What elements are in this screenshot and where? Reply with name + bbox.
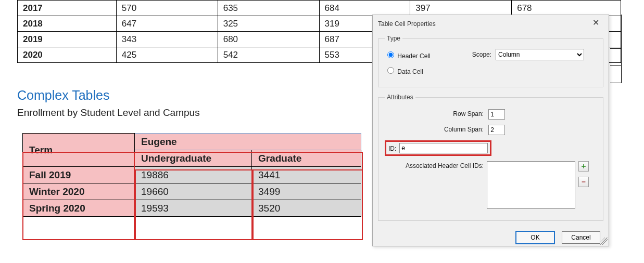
- ok-button[interactable]: OK: [516, 231, 554, 244]
- cancel-button[interactable]: Cancel: [562, 231, 600, 244]
- year-cell: 2018: [18, 16, 117, 32]
- associated-ids-textarea[interactable]: [487, 161, 575, 209]
- background-table-edges: [610, 15, 622, 83]
- data-cell: 425: [116, 47, 218, 63]
- data-cell: 635: [218, 1, 319, 16]
- graduate-header[interactable]: Graduate: [252, 150, 361, 167]
- data-cell: 542: [218, 47, 319, 63]
- type-group: Type Header Cell Scope: Column Data Cell: [378, 35, 603, 87]
- year-cell: 2020: [18, 47, 117, 63]
- id-label: ID:: [388, 144, 396, 152]
- rowhead[interactable]: Spring 2020: [23, 200, 135, 217]
- campus-header[interactable]: Eugene: [135, 134, 361, 150]
- radio-header-cell[interactable]: Header Cell: [385, 50, 431, 60]
- rowhead[interactable]: Winter 2020: [23, 183, 135, 200]
- rowhead[interactable]: Fall 2019: [23, 167, 135, 183]
- data-cell[interactable]: 3499: [252, 183, 361, 200]
- id-input[interactable]: [399, 143, 488, 153]
- complex-table[interactable]: Term Eugene Undergraduate Graduate Fall …: [22, 133, 361, 217]
- data-cell: 678: [512, 1, 621, 16]
- data-cell[interactable]: 3520: [252, 200, 361, 217]
- colspan-label: Column Span:: [385, 125, 484, 133]
- table-row: Spring 2020 19593 3520: [23, 200, 361, 217]
- year-cell: 2019: [18, 32, 117, 47]
- attributes-legend: Attributes: [385, 94, 415, 101]
- header-cell-radio[interactable]: [387, 51, 394, 58]
- table-row: Fall 2019 19886 3441: [23, 167, 361, 183]
- table-row: Winter 2020 19660 3499: [23, 183, 361, 200]
- data-cell: 684: [319, 1, 410, 16]
- data-cell: 680: [218, 32, 319, 47]
- data-cell: 343: [116, 32, 218, 47]
- data-cell: 647: [116, 16, 218, 32]
- type-legend: Type: [385, 35, 402, 42]
- data-cell[interactable]: 19660: [135, 183, 252, 200]
- data-cell-radio[interactable]: [387, 67, 394, 74]
- term-header[interactable]: Term: [23, 134, 135, 167]
- rowspan-label: Row Span:: [385, 109, 484, 117]
- table-cell-properties-dialog[interactable]: Table Cell Properties ✕ Type Header Cell…: [372, 15, 609, 246]
- data-cell: 397: [410, 1, 512, 16]
- scope-label: Scope:: [472, 51, 491, 58]
- dialog-title: Table Cell Properties: [378, 20, 436, 28]
- data-cell[interactable]: 19886: [135, 167, 252, 183]
- undergrad-header[interactable]: Undergraduate: [135, 150, 252, 167]
- data-cell: 570: [116, 1, 218, 16]
- data-cell[interactable]: 19593: [135, 200, 252, 217]
- remove-icon[interactable]: －: [578, 177, 589, 187]
- data-cell: 325: [218, 16, 319, 32]
- id-field-highlight: ID:: [385, 140, 491, 156]
- year-cell: 2017: [18, 1, 117, 16]
- table-header-row: Term Eugene: [23, 134, 361, 150]
- associated-ids-label: Associated Header Cell IDs:: [385, 161, 484, 169]
- scope-select[interactable]: Column: [496, 49, 584, 60]
- radio-data-cell[interactable]: Data Cell: [385, 68, 423, 75]
- resize-grip-icon[interactable]: [600, 238, 608, 245]
- close-icon[interactable]: ✕: [588, 18, 603, 30]
- add-icon[interactable]: ＋: [578, 161, 589, 172]
- data-cell[interactable]: 3441: [252, 167, 361, 183]
- attributes-group: Attributes Row Span: Column Span: ID: As…: [378, 94, 603, 221]
- colspan-input[interactable]: [488, 125, 505, 135]
- table-row: 2017 570 635 684 397 678: [18, 1, 621, 16]
- rowspan-input[interactable]: [488, 109, 505, 120]
